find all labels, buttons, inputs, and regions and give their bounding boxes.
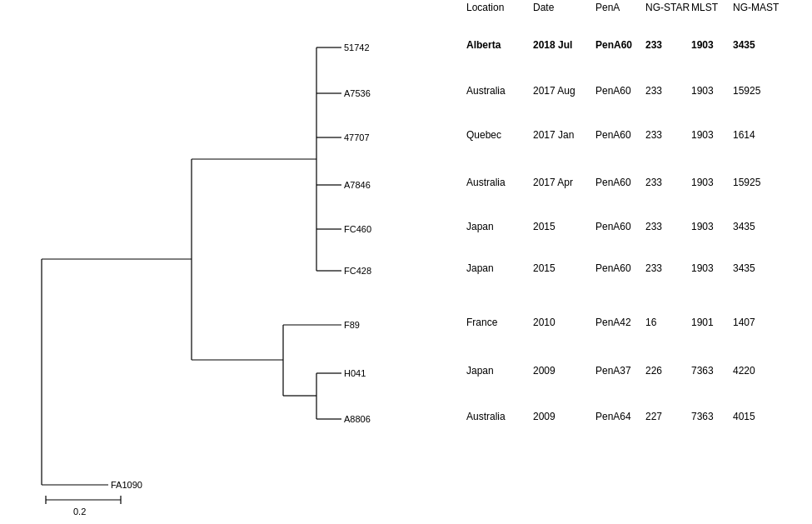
row-FC428-pena: PenA60 xyxy=(595,262,631,274)
row-A8806-ngmast: 4015 xyxy=(733,411,755,422)
svg-text:FC428: FC428 xyxy=(344,266,371,276)
main-container: .tree-line { stroke: #000; stroke-width:… xyxy=(0,0,812,524)
row-FC428-mlst: 1903 xyxy=(691,262,714,274)
row-51742-ngmast: 3435 xyxy=(733,39,755,51)
header-location: Location xyxy=(466,2,504,13)
row-47707-location: Quebec xyxy=(466,129,501,141)
svg-text:A8806: A8806 xyxy=(344,414,371,424)
row-H041-location: Japan xyxy=(466,365,494,377)
svg-text:47707: 47707 xyxy=(344,132,370,142)
row-A7846-date: 2017 Apr xyxy=(533,177,573,188)
row-A7536-ngstar: 233 xyxy=(645,85,662,97)
row-H041-mlst: 7363 xyxy=(691,365,714,377)
row-A7846-pena: PenA60 xyxy=(595,177,631,188)
row-A7536-mlst: 1903 xyxy=(691,85,714,97)
row-51742-location: Alberta xyxy=(466,39,501,51)
svg-text:0.2: 0.2 xyxy=(73,507,86,517)
svg-text:F89: F89 xyxy=(344,320,360,330)
row-H041-ngstar: 226 xyxy=(645,365,662,377)
row-F89-date: 2010 xyxy=(533,317,555,328)
header-pena: PenA xyxy=(595,2,620,13)
row-F89-ngstar: 16 xyxy=(645,317,656,328)
row-51742-pena: PenA60 xyxy=(595,39,632,51)
row-FC428-ngmast: 3435 xyxy=(733,262,755,274)
row-A7536-pena: PenA60 xyxy=(595,85,631,97)
table-area: Location Date PenA NG-STAR MLST NG-MAST … xyxy=(466,0,812,524)
row-A8806-date: 2009 xyxy=(533,411,555,422)
row-FC428-ngstar: 233 xyxy=(645,262,662,274)
row-FC460-ngstar: 233 xyxy=(645,221,662,232)
row-FC460-mlst: 1903 xyxy=(691,221,714,232)
row-H041-ngmast: 4220 xyxy=(733,365,755,377)
row-A7846-location: Australia xyxy=(466,177,506,188)
svg-text:H041: H041 xyxy=(344,368,366,378)
row-A8806-mlst: 7363 xyxy=(691,411,714,422)
row-A7536-date: 2017 Aug xyxy=(533,85,575,97)
row-51742-ngstar: 233 xyxy=(645,39,662,51)
row-FC460-date: 2015 xyxy=(533,221,555,232)
row-51742-mlst: 1903 xyxy=(691,39,714,51)
row-51742-date: 2018 Jul xyxy=(533,39,572,51)
row-F89-pena: PenA42 xyxy=(595,317,631,328)
row-FC460-location: Japan xyxy=(466,221,494,232)
svg-text:A7536: A7536 xyxy=(344,88,371,98)
row-A7846-ngstar: 233 xyxy=(645,177,662,188)
row-A8806-pena: PenA64 xyxy=(595,411,631,422)
row-47707-mlst: 1903 xyxy=(691,129,714,141)
row-H041-date: 2009 xyxy=(533,365,555,377)
header-ngstar: NG-STAR xyxy=(645,2,690,13)
row-A8806-ngstar: 227 xyxy=(645,411,662,422)
row-A7536-location: Australia xyxy=(466,85,506,97)
svg-text:FA1090: FA1090 xyxy=(111,480,142,490)
row-47707-pena: PenA60 xyxy=(595,129,631,141)
row-47707-date: 2017 Jan xyxy=(533,129,574,141)
header-ngmast: NG-MAST xyxy=(733,2,779,13)
row-FC460-pena: PenA60 xyxy=(595,221,631,232)
row-FC428-location: Japan xyxy=(466,262,494,274)
row-H041-pena: PenA37 xyxy=(595,365,631,377)
svg-text:A7846: A7846 xyxy=(344,180,371,190)
row-A7846-ngmast: 15925 xyxy=(733,177,760,188)
row-A8806-location: Australia xyxy=(466,411,506,422)
svg-text:FC460: FC460 xyxy=(344,224,371,234)
phylogenetic-tree: .tree-line { stroke: #000; stroke-width:… xyxy=(0,0,466,524)
row-A7846-mlst: 1903 xyxy=(691,177,714,188)
row-47707-ngmast: 1614 xyxy=(733,129,755,141)
row-FC460-ngmast: 3435 xyxy=(733,221,755,232)
row-F89-ngmast: 1407 xyxy=(733,317,755,328)
row-F89-location: France xyxy=(466,317,497,328)
header-mlst: MLST xyxy=(691,2,718,13)
row-FC428-date: 2015 xyxy=(533,262,555,274)
header-date: Date xyxy=(533,2,554,13)
svg-text:51742: 51742 xyxy=(344,42,370,52)
row-A7536-ngmast: 15925 xyxy=(733,85,760,97)
row-F89-mlst: 1901 xyxy=(691,317,714,328)
row-47707-ngstar: 233 xyxy=(645,129,662,141)
